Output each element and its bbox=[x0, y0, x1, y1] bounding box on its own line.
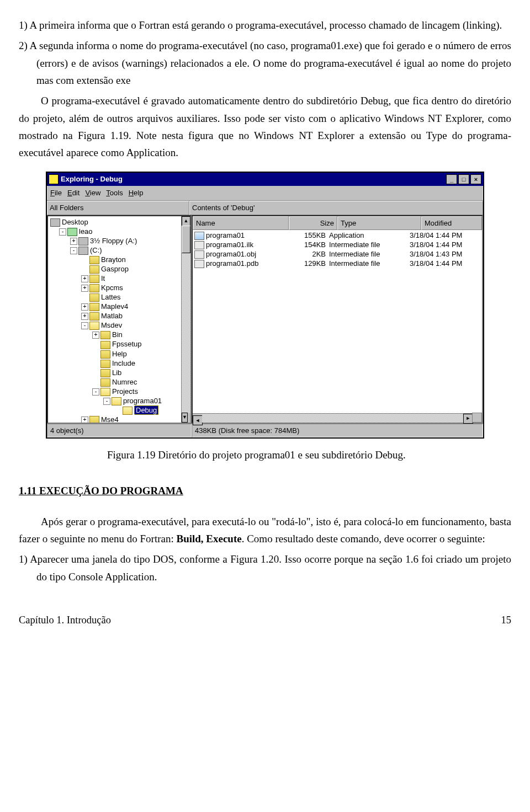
folder-icon bbox=[89, 265, 99, 274]
scroll-corner bbox=[472, 413, 482, 423]
list-scrollbar[interactable]: ◄ ► bbox=[193, 413, 473, 423]
col-modified[interactable]: Modified bbox=[421, 216, 482, 230]
scroll-left-icon[interactable]: ◄ bbox=[193, 415, 203, 425]
figure-caption: Figura 1.19 Diretório do projeto program… bbox=[107, 446, 511, 463]
folder-open-icon bbox=[112, 397, 121, 405]
tree-projects[interactable]: -Projects bbox=[48, 387, 190, 396]
menu-file[interactable]: File bbox=[50, 187, 62, 199]
tree-gasprop[interactable]: Gasprop bbox=[48, 264, 190, 274]
tree-debug[interactable]: Debug bbox=[48, 405, 190, 415]
folder-icon bbox=[89, 312, 99, 320]
folder-icon bbox=[89, 256, 99, 264]
tree-maplev4[interactable]: +Maplev4 bbox=[48, 302, 190, 311]
tree-kpcms[interactable]: +Kpcms bbox=[48, 283, 190, 292]
tree-floppy[interactable]: +3½ Floppy (A:) bbox=[48, 236, 190, 245]
list-item[interactable]: programa01.obj 2KB Intermediate file 3/1… bbox=[193, 249, 482, 259]
folder-open-icon bbox=[100, 388, 110, 396]
statusbar: 4 object(s) 438KB (Disk free space: 784M… bbox=[47, 424, 483, 437]
tree-scrollbar[interactable]: ▲ ▼ bbox=[181, 216, 190, 423]
folder-icon bbox=[89, 416, 99, 424]
footer-left: Capítulo 1. Introdução bbox=[19, 612, 111, 629]
bold-cmd: Build, Execute bbox=[176, 533, 241, 544]
desktop-icon bbox=[50, 218, 60, 227]
tree-pane[interactable]: Desktop -leao +3½ Floppy (A:) -(C:) Bray… bbox=[47, 215, 192, 424]
tree-leao[interactable]: -leao bbox=[48, 227, 190, 236]
para-1: 1) A primeira informa que o Fortran está… bbox=[19, 17, 511, 34]
menu-edit[interactable]: Edit bbox=[67, 187, 80, 199]
contents-label: Contents of 'Debug' bbox=[189, 201, 483, 215]
section-heading: 1.11 EXECUÇÃO DO PROGRAMA bbox=[19, 482, 511, 499]
tree-lattes[interactable]: Lattes bbox=[48, 292, 190, 302]
status-size: 438KB (Disk free space: 784MB) bbox=[192, 424, 483, 437]
folder-open-icon bbox=[89, 322, 99, 330]
window-title: Exploring - Debug bbox=[61, 173, 123, 185]
tree-numrec[interactable]: Numrec bbox=[48, 377, 190, 387]
menu-tools[interactable]: Tools bbox=[106, 187, 123, 199]
drive-icon bbox=[78, 247, 88, 255]
list-item[interactable]: programa01.pdb 129KB Intermediate file 3… bbox=[193, 259, 482, 268]
floppy-icon bbox=[78, 237, 88, 245]
folder-search-icon bbox=[49, 174, 59, 184]
para-5: 1) Aparecer uma janela do tipo DOS, conf… bbox=[19, 551, 511, 585]
folder-icon bbox=[100, 360, 110, 368]
para-4: Após gerar o programa-executável, para e… bbox=[19, 513, 511, 548]
folder-open-icon bbox=[123, 407, 132, 415]
tree-brayton[interactable]: Brayton bbox=[48, 255, 190, 264]
folder-icon bbox=[100, 341, 110, 349]
computer-icon bbox=[67, 228, 77, 236]
scroll-thumb[interactable] bbox=[182, 226, 190, 253]
tree-include[interactable]: Include bbox=[48, 359, 190, 368]
para-2: 2) A segunda informa o nome do programa-… bbox=[19, 37, 511, 89]
status-objects: 4 object(s) bbox=[47, 424, 192, 437]
tree-lib[interactable]: Lib bbox=[48, 368, 190, 377]
menu-help[interactable]: Help bbox=[129, 187, 144, 199]
folder-icon bbox=[100, 369, 110, 377]
titlebar[interactable]: Exploring - Debug _ □ × bbox=[47, 173, 483, 186]
list-item[interactable]: programa01.ilk 154KB Intermediate file 3… bbox=[193, 240, 482, 249]
tree-fpssetup[interactable]: Fpssetup bbox=[48, 339, 190, 349]
list-pane[interactable]: Name Size Type Modified programa01 155KB… bbox=[192, 215, 483, 424]
menu-view[interactable]: View bbox=[85, 187, 100, 199]
file-icon bbox=[194, 250, 204, 259]
col-type[interactable]: Type bbox=[337, 216, 421, 230]
col-size[interactable]: Size bbox=[289, 216, 337, 230]
close-button[interactable]: × bbox=[470, 174, 481, 184]
menubar: File Edit View Tools Help bbox=[47, 186, 483, 201]
tree-mse4[interactable]: +Mse4 bbox=[48, 415, 190, 424]
tree-selected-label: Debug bbox=[134, 405, 158, 415]
folder-icon bbox=[100, 350, 110, 359]
tree-msdev[interactable]: -Msdev bbox=[48, 320, 190, 330]
scroll-up-icon[interactable]: ▲ bbox=[182, 216, 190, 226]
pane-header: All Folders Contents of 'Debug' bbox=[47, 201, 483, 215]
folder-icon bbox=[100, 378, 110, 387]
menu-file-label: ile bbox=[55, 189, 62, 197]
minimize-button[interactable]: _ bbox=[446, 174, 457, 184]
scroll-down-icon[interactable]: ▼ bbox=[182, 413, 188, 423]
app-icon bbox=[194, 232, 204, 240]
maximize-button[interactable]: □ bbox=[458, 174, 469, 184]
tree-c[interactable]: -(C:) bbox=[48, 245, 190, 255]
folder-icon bbox=[100, 331, 110, 339]
folder-icon bbox=[89, 303, 99, 311]
page-footer: Capítulo 1. Introdução 15 bbox=[19, 612, 511, 629]
folder-icon bbox=[89, 284, 99, 292]
tree-it[interactable]: +It bbox=[48, 274, 190, 283]
explorer-window: Exploring - Debug _ □ × File Edit View T… bbox=[46, 172, 484, 439]
tree-desktop[interactable]: Desktop bbox=[48, 217, 190, 227]
footer-right: 15 bbox=[501, 612, 512, 629]
para-3: O programa-executável é gravado automati… bbox=[19, 92, 511, 161]
tree-help[interactable]: Help bbox=[48, 349, 190, 359]
file-icon bbox=[194, 260, 204, 268]
tree-matlab[interactable]: +Matlab bbox=[48, 311, 190, 320]
tree-programa01[interactable]: -programa01 bbox=[48, 396, 190, 405]
tree-bin[interactable]: +Bin bbox=[48, 330, 190, 339]
list-item[interactable]: programa01 155KB Application 3/18/04 1:4… bbox=[193, 231, 482, 240]
list-header: Name Size Type Modified bbox=[193, 216, 482, 230]
folder-icon bbox=[89, 293, 99, 302]
all-folders-label: All Folders bbox=[47, 201, 189, 215]
folder-icon bbox=[89, 275, 99, 283]
col-name[interactable]: Name bbox=[193, 216, 289, 230]
file-icon bbox=[194, 241, 204, 249]
